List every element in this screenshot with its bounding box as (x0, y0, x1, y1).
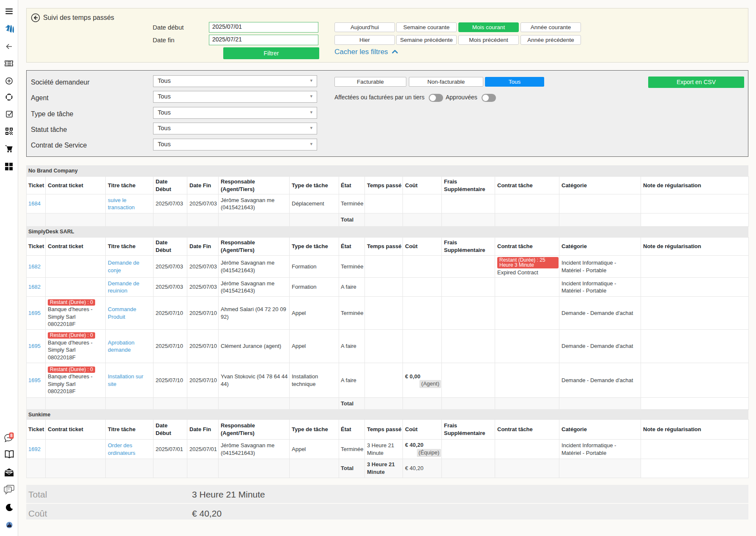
svg-text:8: 8 (10, 433, 13, 438)
